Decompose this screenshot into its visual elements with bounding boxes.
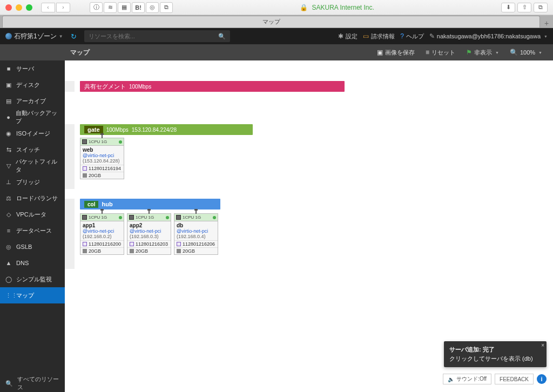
- sidebar-item-archive[interactable]: ▤アーカイブ: [0, 93, 65, 109]
- ext-icon-6[interactable]: ⧉: [160, 2, 173, 13]
- segment-speed: 100Mbps: [129, 84, 151, 90]
- billing-icon: ▭: [363, 32, 369, 40]
- sidebar-item-simple-monitor[interactable]: ◯シンプル監視: [0, 271, 65, 287]
- user-menu[interactable]: ✎nakatsugawa@ybh61786:nakatsugawa▼: [429, 32, 548, 40]
- backup-icon: ●: [5, 114, 11, 120]
- storage-icon: [177, 249, 181, 253]
- ext-icon-3[interactable]: ▦: [118, 2, 131, 13]
- magnifier-icon: 🔍: [510, 49, 518, 56]
- server-card-app1[interactable]: 1CPU 1G app1 @virtio-net-pci (192.168.0.…: [80, 213, 124, 255]
- storage-icon: [83, 249, 87, 253]
- globe-icon: [5, 33, 12, 39]
- segment-gate[interactable]: gate 100Mbps 153.120.84.224/28: [80, 124, 253, 135]
- close-icon[interactable]: ×: [541, 342, 544, 348]
- segment-cidr: 153.120.84.224/28: [132, 127, 177, 133]
- forward-button[interactable]: ›: [56, 3, 70, 12]
- map-canvas[interactable]: 共有セグメント 100Mbps gate 100Mbps 153.120.84.…: [65, 60, 553, 392]
- refresh-icon[interactable]: ↻: [71, 32, 77, 40]
- server-disk-size: 20GB: [136, 248, 148, 254]
- back-button[interactable]: ‹: [41, 3, 55, 12]
- share-icon[interactable]: ⇧: [517, 3, 531, 12]
- settings-link[interactable]: ✱設定: [338, 32, 358, 40]
- server-ip: (192.168.0.3): [130, 234, 168, 239]
- maximize-window-icon[interactable]: [26, 4, 32, 11]
- server-icon: [176, 215, 181, 220]
- save-image-button[interactable]: ▣画像を保存: [372, 44, 420, 60]
- connector-icon: [102, 135, 103, 138]
- server-spec: 1CPU 1G: [183, 215, 211, 220]
- server-net: @virtio-net-pci: [83, 153, 122, 158]
- main: ■サーバ ▣ディスク ▤アーカイブ ●自動バックアップ ◉ISOイメージ ⇆スイ…: [0, 60, 553, 392]
- sidebar-item-map[interactable]: ⋮⋮マップ: [0, 287, 65, 303]
- new-tab-button[interactable]: +: [540, 19, 553, 28]
- server-card-web[interactable]: 1CPU 1G web @virtio-net-pci (153.120.84.…: [80, 138, 124, 179]
- hide-button[interactable]: ⚑非表示▼: [461, 44, 504, 60]
- server-name: web: [83, 147, 122, 153]
- sidebar-item-dns[interactable]: ▲DNS: [0, 255, 65, 271]
- sidebar-item-vpc-router[interactable]: ◇VPCルータ: [0, 206, 65, 222]
- server-net: @virtio-net-pci: [177, 228, 215, 234]
- minimize-window-icon[interactable]: [16, 4, 22, 11]
- user-label: nakatsugawa@ybh61786:nakatsugawa: [437, 33, 541, 39]
- help-link[interactable]: ?ヘルプ: [400, 32, 424, 40]
- server-card-db[interactable]: 1CPU 1G db @virtio-net-pci (192.168.0.4)…: [174, 213, 218, 255]
- sidebar-item-loadbalancer[interactable]: ⚖ロードバランサ: [0, 190, 65, 206]
- router-icon: ◇: [5, 211, 12, 218]
- status-dot-icon: [119, 216, 122, 219]
- reset-button[interactable]: ≡リセット: [420, 44, 461, 60]
- sound-toggle-button[interactable]: 🔈サウンド:Off: [443, 374, 491, 384]
- disk-icon: [177, 242, 181, 246]
- ext-icon-1[interactable]: ⓘ: [90, 2, 103, 13]
- tab-bar: マップ +: [0, 15, 553, 28]
- canvas-gutter: [65, 199, 75, 269]
- gslb-icon: ◎: [5, 244, 12, 251]
- server-name: app2: [130, 222, 168, 228]
- sidebar-item-switch[interactable]: ⇆スイッチ: [0, 141, 65, 158]
- disk-icon: ▣: [5, 82, 12, 89]
- switch-icon: ⇆: [5, 146, 12, 153]
- sidebar-item-disk[interactable]: ▣ディスク: [0, 77, 65, 93]
- sidebar-item-label: VPCルータ: [16, 211, 46, 219]
- server-disk-size: 20GB: [89, 248, 101, 254]
- sidebar-all-resources[interactable]: 🔍すべてのリソース: [0, 375, 65, 392]
- server-spec: 1CPU 1G: [89, 215, 117, 220]
- iso-icon: ◉: [5, 130, 12, 137]
- lock-icon: 🔒: [300, 4, 308, 11]
- disk-icon: [83, 166, 87, 171]
- search-box[interactable]: 🔍: [84, 30, 230, 42]
- toast-notification[interactable]: × サーバ追加: 完了 クリックしてサーバを表示 (db): [444, 341, 547, 367]
- connector-icon: [102, 211, 103, 214]
- ext-icon-4[interactable]: B!: [132, 2, 145, 13]
- ext-icon-5[interactable]: ◎: [146, 2, 159, 13]
- search-input[interactable]: [89, 33, 218, 39]
- zoom-button[interactable]: 🔍100%▼: [504, 44, 548, 60]
- ext-icon-2[interactable]: ≋: [104, 2, 117, 13]
- sidebar-item-packet-filter[interactable]: ▽パケットフィルタ: [0, 158, 65, 174]
- server-card-app2[interactable]: 1CPU 1G app2 @virtio-net-pci (192.168.0.…: [127, 213, 171, 255]
- browser-tab[interactable]: マップ: [2, 16, 540, 28]
- zone-selector[interactable]: 石狩第1ゾーン ▼: [5, 32, 63, 41]
- sidebar-item-label: アーカイブ: [16, 97, 46, 105]
- feedback-button[interactable]: FEEDBACK: [495, 374, 534, 384]
- reset-icon: ≡: [426, 49, 429, 56]
- segment-shared[interactable]: 共有セグメント 100Mbps: [80, 81, 345, 92]
- sidebar-item-iso[interactable]: ◉ISOイメージ: [0, 125, 65, 141]
- info-icon[interactable]: i: [537, 374, 547, 384]
- address-bar[interactable]: 🔒 SAKURA Internet Inc.: [177, 4, 497, 11]
- nav-buttons: ‹ ›: [41, 3, 70, 12]
- sidebar-item-gslb[interactable]: ◎GSLB: [0, 239, 65, 255]
- tabs-icon[interactable]: ⧉: [534, 3, 548, 12]
- sidebar-item-backup[interactable]: ●自動バックアップ: [0, 109, 65, 125]
- sidebar-item-database[interactable]: ≡データベース: [0, 222, 65, 239]
- disk-icon: [83, 242, 87, 246]
- close-window-icon[interactable]: [5, 4, 12, 11]
- monitor-icon: ◯: [5, 276, 12, 283]
- sidebar-item-label: データベース: [16, 227, 52, 235]
- segment-hub[interactable]: col hub: [80, 199, 220, 209]
- download-icon[interactable]: ⬇: [501, 3, 515, 12]
- sidebar-item-server[interactable]: ■サーバ: [0, 60, 65, 77]
- sidebar-item-label: ブリッジ: [16, 178, 40, 186]
- billing-label: 請求情報: [371, 32, 395, 40]
- billing-link[interactable]: ▭請求情報: [363, 32, 395, 40]
- sidebar-item-bridge[interactable]: ⊥ブリッジ: [0, 174, 65, 190]
